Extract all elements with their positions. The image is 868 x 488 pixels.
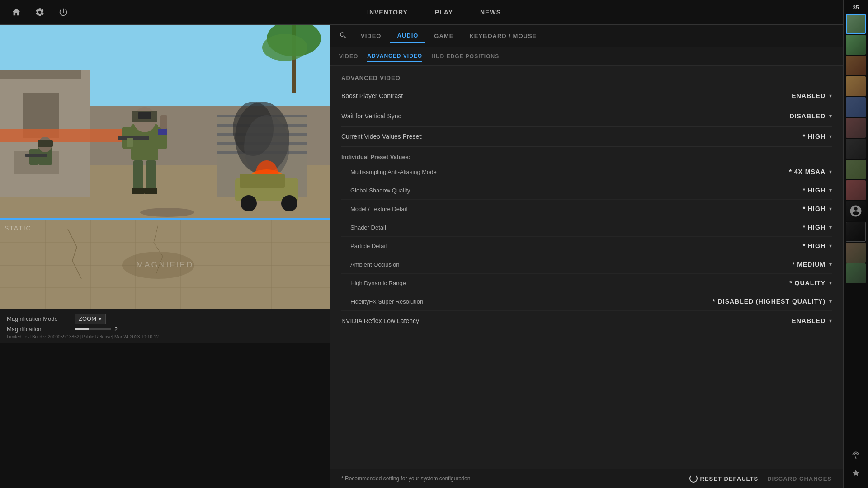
video-preset-row: Current Video Values Preset: * HIGH ▾ (341, 127, 832, 147)
home-icon[interactable] (9, 5, 24, 19)
avatar-2[interactable] (846, 56, 866, 75)
video-preset-value[interactable]: * HIGH ▾ (803, 133, 832, 140)
chevron-down-icon: ▾ (829, 169, 832, 175)
svg-point-56 (122, 252, 194, 279)
texture-detail-value[interactable]: * HIGH ▾ (803, 205, 832, 212)
chevron-down-icon: ▾ (829, 280, 832, 286)
vertical-sync-value[interactable]: DISABLED ▾ (789, 113, 832, 120)
top-nav: INVENTORY PLAY NEWS (0, 0, 868, 25)
avatar-4[interactable] (846, 97, 866, 117)
svg-rect-20 (240, 174, 285, 188)
tab-video[interactable]: VIDEO (354, 29, 388, 43)
svg-rect-33 (132, 188, 145, 194)
avatar-10[interactable] (846, 222, 866, 242)
vertical-sync-label: Wait for Vertical Sync (341, 113, 401, 120)
msaa-value[interactable]: * 4X MSAA ▾ (789, 168, 832, 175)
magnification-mode-dropdown[interactable]: ZOOM ▾ (75, 314, 106, 324)
ambient-occlusion-value[interactable]: * MEDIUM ▾ (792, 261, 832, 268)
tab-keyboard-mouse[interactable]: KEYBOARD / MOUSE (462, 29, 543, 43)
magnification-label: Magnification (7, 326, 70, 333)
svg-point-21 (241, 195, 257, 211)
particle-detail-value[interactable]: * HIGH ▾ (803, 242, 832, 249)
settings-content: Advanced Video Boost Player Contrast ENA… (330, 66, 843, 469)
chevron-down-icon: ▾ (829, 224, 832, 230)
discard-changes-label: DISCARD CHANGES (767, 475, 832, 482)
antenna-icon[interactable] (849, 448, 863, 462)
tab-audio[interactable]: AUDIO (390, 28, 425, 43)
shadow-quality-value[interactable]: * HIGH ▾ (803, 187, 832, 194)
avatar-5[interactable] (846, 118, 866, 138)
reset-icon (689, 474, 698, 483)
chevron-down-icon: ▾ (829, 318, 832, 324)
reset-defaults-label: RESET DEFAULTS (700, 475, 759, 482)
chevron-down-icon: ▾ (829, 113, 832, 119)
msaa-label: Multisampling Anti-Aliasing Mode (350, 169, 437, 175)
reset-defaults-button[interactable]: RESET DEFAULTS (689, 474, 759, 483)
ambient-occlusion-text: * MEDIUM (792, 261, 826, 268)
shader-detail-value[interactable]: * HIGH ▾ (803, 224, 832, 231)
svg-rect-29 (160, 115, 167, 129)
chevron-down-icon: ▾ (829, 93, 832, 99)
nav-news[interactable]: NEWS (480, 9, 501, 16)
hdr-label: High Dynamic Range (350, 280, 406, 286)
avatar-9[interactable] (846, 201, 866, 221)
settings-small-icon[interactable] (849, 467, 863, 481)
subtab-advanced-video[interactable]: ADVANCED VIDEO (367, 51, 422, 62)
svg-rect-34 (145, 188, 157, 194)
avatar-12[interactable] (846, 263, 866, 283)
top-nav-left (9, 5, 71, 19)
game-preview-top (0, 25, 330, 219)
settings-footer: * Recommended setting for your system co… (330, 469, 843, 488)
nav-inventory[interactable]: INVENTORY (367, 9, 408, 16)
svg-rect-32 (146, 160, 156, 192)
boost-player-contrast-value[interactable]: ENABLED ▾ (792, 92, 832, 99)
particle-detail-text: * HIGH (803, 242, 826, 249)
magnification-mode-value: ZOOM (79, 315, 96, 322)
avatar-main[interactable] (846, 14, 866, 34)
avatar-7[interactable] (846, 160, 866, 179)
svg-rect-4 (0, 70, 81, 79)
avatar-6[interactable] (846, 139, 866, 159)
svg-rect-36 (127, 138, 133, 147)
settings-icon[interactable] (33, 5, 47, 19)
avatar-1[interactable] (846, 35, 866, 55)
svg-rect-26 (138, 112, 151, 119)
particle-detail-row: Particle Detail * HIGH ▾ (341, 237, 832, 255)
svg-rect-35 (158, 129, 167, 135)
bottom-controls: Magnification Mode ZOOM ▾ Magnification … (0, 310, 330, 343)
nvidia-reflex-value[interactable]: ENABLED ▾ (792, 317, 832, 324)
power-icon[interactable] (56, 5, 71, 19)
avatar-8[interactable] (846, 180, 866, 200)
footer-note-text: * Recommended setting for your system co… (341, 475, 470, 482)
fidelityfx-row: FidelityFX Super Resolution * DISABLED (… (341, 292, 832, 311)
shadow-quality-label: Global Shadow Quality (350, 187, 410, 194)
right-panel: VIDEO AUDIO GAME KEYBOARD / MOUSE VIDEO … (330, 25, 843, 488)
vertical-sync-row: Wait for Vertical Sync DISABLED ▾ (341, 106, 832, 127)
boost-player-contrast-label: Boost Player Contrast (341, 92, 403, 99)
search-icon[interactable] (339, 31, 347, 41)
texture-detail-row: Model / Texture Detail * HIGH ▾ (341, 200, 832, 218)
settings-tabs-top: VIDEO AUDIO GAME KEYBOARD / MOUSE (330, 25, 843, 47)
chevron-down-icon: ▾ (829, 133, 832, 140)
avatar-11[interactable] (846, 243, 866, 263)
shadow-quality-row: Global Shadow Quality * HIGH ▾ (341, 181, 832, 200)
boost-player-contrast-text: ENABLED (792, 92, 826, 99)
texture-detail-text: * HIGH (803, 205, 826, 212)
chevron-down-icon: ▾ (829, 187, 832, 193)
tab-game[interactable]: GAME (427, 29, 460, 43)
ambient-occlusion-row: Ambient Occlusion * MEDIUM ▾ (341, 255, 832, 274)
subtab-video[interactable]: VIDEO (339, 51, 358, 62)
magnification-slider[interactable]: 2 (75, 326, 118, 333)
hdr-value[interactable]: * QUALITY ▾ (789, 279, 832, 286)
magnification-mode-label: Magnification Mode (7, 315, 70, 322)
shader-detail-row: Shader Detail * HIGH ▾ (341, 218, 832, 237)
svg-point-45 (262, 34, 307, 61)
subtab-hud-edge-positions[interactable]: HUD EDGE POSITIONS (431, 51, 499, 62)
fidelityfx-value[interactable]: * DISABLED (HIGHEST QUALITY) ▾ (712, 298, 832, 305)
footer-note: * Recommended setting for your system co… (341, 475, 470, 482)
avatar-3[interactable] (846, 76, 866, 96)
discard-changes-button: DISCARD CHANGES (767, 475, 832, 482)
shadow-quality-text: * HIGH (803, 187, 826, 194)
nav-play[interactable]: PLAY (435, 9, 453, 16)
shader-detail-label: Shader Detail (350, 224, 386, 231)
